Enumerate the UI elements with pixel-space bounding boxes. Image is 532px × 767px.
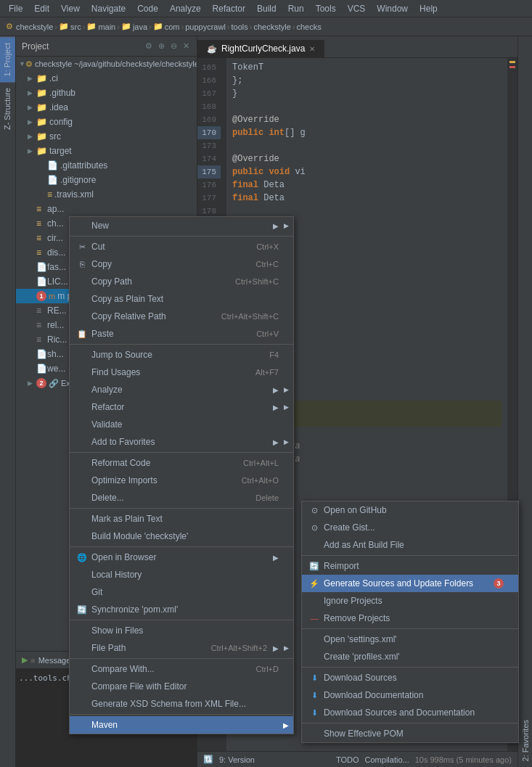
menu-analyze[interactable]: Analyze (164, 2, 207, 15)
submenu-arrow-maven: ▶ (283, 721, 289, 729)
code-line-176: final Deta (232, 179, 502, 192)
maven-gen-sources[interactable]: ⚡ Generate Sources and Update Folders 3 (302, 575, 518, 592)
tree-ap[interactable]: ≡ ap... (16, 202, 197, 216)
menu-compare-editor[interactable]: Compare File with Editor (70, 678, 293, 695)
tree-gitignore[interactable]: 📄 .gitignore (16, 173, 197, 187)
menu-help[interactable]: Help (414, 2, 443, 15)
menu-run[interactable]: Run (282, 2, 310, 15)
maven-show-pom[interactable]: Show Effective POM (302, 725, 518, 742)
breadcrumb-icon4: 📁 (121, 22, 131, 31)
breadcrumb-puppycrawl[interactable]: puppycrawl (185, 22, 226, 31)
menu-window[interactable]: Window (371, 2, 414, 15)
panel-settings-icon[interactable]: ⚙ (145, 41, 152, 51)
menu-validate[interactable]: Validate (70, 416, 293, 433)
tab-label: RightCurlyCheck.java (221, 44, 305, 54)
left-sidebar-project-tab[interactable]: 1: Project (0, 36, 15, 82)
maven-reimport[interactable]: 🔄 Reimport (302, 557, 518, 575)
right-sidebar: 2: Favorites (517, 36, 532, 767)
tree-ch-label: ch... (47, 218, 64, 229)
code-line-175: public void vi (232, 165, 502, 179)
submenu-arrow-refactor: ▶ (273, 403, 279, 411)
maven-create-gist[interactable]: ⊙ Create Gist... (302, 519, 518, 536)
tab-close-icon[interactable]: ✕ (309, 45, 315, 53)
submenu-arrow-analyze: ▶ (273, 386, 279, 394)
maven-download-docs[interactable]: ⬇ Download Documentation (302, 686, 518, 704)
menu-gen-xsd[interactable]: Generate XSD Schema from XML File... (70, 695, 293, 713)
tree-sh-label: sh... (47, 349, 64, 359)
menu-tools[interactable]: Tools (310, 2, 342, 15)
maven-create-profiles[interactable]: Create 'profiles.xml' (302, 648, 518, 665)
menu-add-favorites[interactable]: Add to Favorites ▶ (70, 433, 293, 451)
tree-github[interactable]: ▶ 📁 .github (16, 86, 197, 100)
breadcrumb-tools[interactable]: tools (232, 22, 248, 31)
menu-open-browser[interactable]: 🌐 Open in Browser ▶ (70, 549, 293, 566)
menu-synchronize[interactable]: 🔄 Synchronize 'pom.xml' (70, 601, 293, 618)
breadcrumb-com[interactable]: com (165, 22, 180, 31)
tree-src[interactable]: ▶ 📁 src (16, 129, 197, 144)
menu-delete[interactable]: Delete... Delete (70, 489, 293, 506)
tree-travis-label: .travis.xml (54, 189, 94, 200)
breadcrumb-checkstyle2[interactable]: checkstyle (253, 22, 290, 31)
line-num-166: 166 (197, 74, 221, 87)
menu-analyze[interactable]: Analyze ▶ (70, 381, 293, 398)
left-sidebar-structure-tab[interactable]: Z- Structure (0, 82, 15, 136)
maven-open-github[interactable]: ⊙ Open on GitHub (302, 501, 518, 519)
menu-vcs[interactable]: VCS (342, 2, 372, 15)
menu-git[interactable]: Git (70, 583, 293, 601)
maven-ignore[interactable]: Ignore Projects (302, 592, 518, 610)
menu-copy-relative[interactable]: Copy Relative Path Ctrl+Alt+Shift+C (70, 308, 293, 325)
tree-idea[interactable]: ▶ 📁 .idea (16, 100, 197, 115)
menu-copy-path[interactable]: Copy Path Ctrl+Shift+C (70, 273, 293, 290)
menu-copy[interactable]: ⎘ Copy Ctrl+C (70, 255, 293, 273)
breadcrumb-src[interactable]: src (70, 22, 81, 31)
menu-copy-plain[interactable]: Copy as Plain Text (70, 290, 293, 308)
menu-paste[interactable]: 📋 Paste Ctrl+V (70, 325, 293, 343)
menu-build[interactable]: Build (251, 2, 282, 15)
menu-jump-source[interactable]: Jump to Source F4 (70, 346, 293, 364)
sep2 (70, 344, 293, 345)
menu-reformat[interactable]: Reformat Code Ctrl+Alt+L (70, 454, 293, 472)
right-sidebar-favorites-tab[interactable]: 2: Favorites (518, 714, 533, 767)
menu-file-path[interactable]: File Path Ctrl+Alt+Shift+2 ▶ (70, 639, 293, 657)
menu-new[interactable]: New ▶ (70, 217, 293, 234)
maven-add-ant[interactable]: Add as Ant Build File (302, 536, 518, 554)
menu-view[interactable]: View (55, 2, 86, 15)
menu-local-history[interactable]: Local History (70, 566, 293, 583)
gutter-marker-red (510, 66, 515, 68)
menu-navigate[interactable]: Navigate (86, 2, 131, 15)
cut-icon: ✂ (75, 242, 89, 252)
panel-collapse-icon[interactable]: ⊖ (171, 41, 177, 51)
panel-expand-icon[interactable]: ⊕ (158, 41, 165, 51)
menu-build-module[interactable]: Build Module 'checkstyle' (70, 528, 293, 545)
panel-close-icon[interactable]: ✕ (183, 41, 189, 51)
menu-maven[interactable]: Maven ▶ (70, 716, 293, 734)
breadcrumb-main[interactable]: main (98, 22, 115, 31)
maven-remove[interactable]: — Remove Projects (302, 610, 518, 627)
menu-refactor[interactable]: Refactor (207, 2, 251, 15)
maven-download-sources[interactable]: ⬇ Download Sources (302, 669, 518, 686)
breadcrumb-checks[interactable]: checks (296, 22, 321, 31)
menu-compare-with[interactable]: Compare With... Ctrl+D (70, 660, 293, 678)
tree-travis[interactable]: ≡ .travis.xml (16, 187, 197, 202)
menu-edit[interactable]: Edit (28, 2, 55, 15)
menu-refactor[interactable]: Refactor ▶ (70, 398, 293, 416)
tree-root[interactable]: ▼ ⚙ checkstyle ~/java/github/checkstyle/… (16, 57, 197, 71)
menu-show-files[interactable]: Show in Files (70, 622, 293, 639)
maven-open-settings[interactable]: Open 'settings.xml' (302, 631, 518, 648)
breadcrumb-part[interactable]: checkstyle (16, 22, 53, 31)
menu-mark-plain[interactable]: Mark as Plain Text (70, 510, 293, 528)
tree-config[interactable]: ▶ 📁 config (16, 115, 197, 129)
editor-tab-rightcurly[interactable]: ☕ RightCurlyCheck.java ✕ (197, 40, 324, 57)
tree-target[interactable]: ▶ 📁 target (16, 144, 197, 158)
menu-cut[interactable]: ✂ Cut Ctrl+X (70, 238, 293, 255)
run-icon: ▶ (22, 655, 28, 665)
maven-download-both[interactable]: ⬇ Download Sources and Documentation (302, 704, 518, 721)
tree-ci[interactable]: ▶ 📁 .ci (16, 71, 197, 86)
menu-code[interactable]: Code (131, 2, 164, 15)
breadcrumb-java[interactable]: java (133, 22, 147, 31)
menu-file[interactable]: File (3, 2, 28, 15)
status-todo[interactable]: TODO (336, 755, 359, 764)
tree-gitattributes[interactable]: 📄 .gitattributes (16, 158, 197, 173)
menu-find-usages[interactable]: Find Usages Alt+F7 (70, 364, 293, 381)
menu-optimize-imports[interactable]: Optimize Imports Ctrl+Alt+O (70, 472, 293, 489)
